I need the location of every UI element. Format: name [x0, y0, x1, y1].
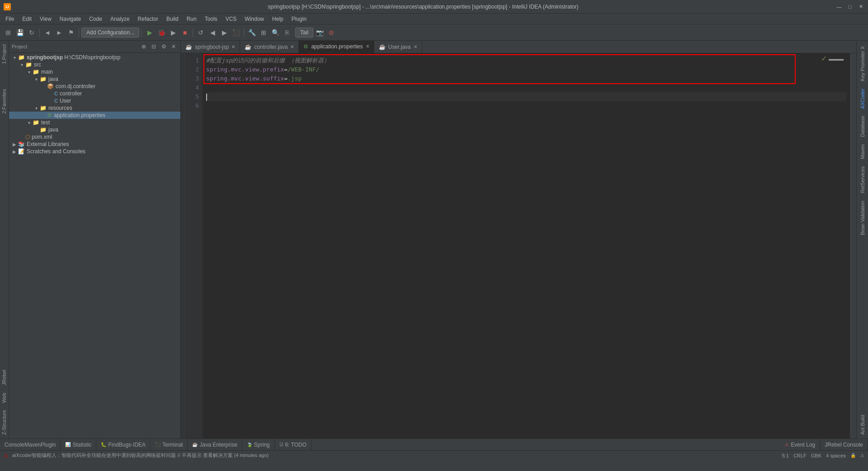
tab-controller[interactable]: ☕ controller.java ✕ — [240, 41, 299, 53]
toolbar-prev-icon[interactable]: ◀ — [207, 27, 218, 38]
toolbar-tail-btn[interactable]: Tail — [295, 28, 313, 38]
menu-analyze[interactable]: Analyze — [107, 15, 133, 23]
tab-appprops[interactable]: ⚙ application.properties ✕ — [299, 41, 374, 53]
tab-springbootjsp[interactable]: ☕ springboot-jsp ✕ — [181, 41, 240, 53]
toolbar-save-icon[interactable]: 💾 — [14, 27, 25, 38]
toolbar-wrench-icon[interactable]: 🔧 — [246, 27, 257, 38]
tree-item-controller[interactable]: C controller — [9, 90, 180, 97]
tree-item-root[interactable]: ▾ 📁 springbootjsp H:\CSDN\springbootjsp — [9, 54, 180, 61]
left-tab-jrebel[interactable]: JRebel — [0, 366, 9, 389]
bottom-tab-spring[interactable]: 🍃 Spring — [242, 439, 275, 450]
tree-item-test-java[interactable]: 📁 java — [9, 126, 180, 133]
menu-run[interactable]: Run — [183, 15, 200, 23]
tab-user-close[interactable]: ✕ — [414, 44, 417, 49]
tree-item-java[interactable]: ▾ 📁 java — [9, 75, 180, 83]
bottom-tab-todo[interactable]: ☑ 6: TODO — [275, 439, 312, 450]
toolbar-debug-icon[interactable]: 🐞 — [156, 27, 167, 38]
menu-tools[interactable]: Tools — [201, 15, 221, 23]
tree-item-ext-libs[interactable]: ▶ 📚 External Libraries — [9, 141, 180, 148]
toolbar-search-icon[interactable]: 🔍 — [270, 27, 281, 38]
tree-item-main[interactable]: ▾ 📁 main — [9, 68, 180, 75]
status-encoding[interactable]: GBK — [811, 453, 821, 458]
status-position[interactable]: 5:1 — [782, 453, 789, 458]
menu-view[interactable]: View — [36, 15, 55, 23]
right-panel-axcoder[interactable]: AXCoder — [858, 85, 867, 113]
right-panel-retservices[interactable]: RetServices — [858, 163, 867, 197]
status-error-icon: ⚠ — [4, 452, 9, 459]
toolbar-copy-icon[interactable]: ⎘ — [282, 27, 292, 38]
tab-user[interactable]: ☕ User.java ✕ — [374, 41, 422, 53]
toolbar-run-icon[interactable]: ▶ — [144, 27, 155, 38]
tree-item-pomxml[interactable]: ⬡ pom.xml — [9, 133, 180, 141]
tree-item-scratches[interactable]: ▶ 📝 Scratches and Consoles — [9, 148, 180, 155]
menu-build[interactable]: Build — [163, 15, 182, 23]
right-panel-key-promoter[interactable]: Key Promoter X — [858, 42, 867, 85]
tree-item-test[interactable]: ▾ 📁 test — [9, 119, 180, 126]
toolbar-sep-1 — [39, 28, 40, 37]
left-tab-project[interactable]: 1:Project — [0, 41, 9, 67]
right-panel-bean-validation[interactable]: Bean Validation — [858, 197, 867, 239]
bottom-tab-statistic[interactable]: 📊 Statistic — [61, 439, 96, 450]
menu-code[interactable]: Code — [85, 15, 106, 23]
tab-controller-close[interactable]: ✕ — [290, 44, 294, 49]
right-panel-ant-build[interactable]: Ant Build — [858, 411, 867, 438]
tree-item-appprops[interactable]: ⚙ application.properties — [9, 112, 180, 119]
toolbar-no-icon[interactable]: ⊘ — [326, 27, 337, 38]
right-panel-maven[interactable]: Maven — [858, 141, 867, 163]
project-close-button[interactable]: ✕ — [170, 42, 178, 51]
left-tab-favorites[interactable]: 2:Favorites — [0, 85, 9, 117]
editor-content[interactable]: 1 2 3 4 5 6 #配置jsp的访问的前缀和后缀 （视图解析器） spri… — [181, 53, 856, 438]
add-configuration-button[interactable]: Add Configuration... — [81, 28, 139, 38]
toolbar-run-coverage-icon[interactable]: ▶ — [168, 27, 179, 38]
tab-springbootjsp-icon: ☕ — [185, 44, 192, 50]
bottom-tab-event-log[interactable]: ⚠ Event Log — [780, 439, 820, 450]
menu-bar: File Edit View Navigate Code Analyze Ref… — [0, 14, 868, 24]
statistic-icon: 📊 — [65, 442, 71, 447]
toolbar-project-icon[interactable]: ⊞ — [3, 27, 14, 38]
toolbar-ext-icon[interactable]: ⊞ — [258, 27, 269, 38]
menu-help[interactable]: Help — [269, 15, 287, 23]
tree-item-package[interactable]: 📦 com.dj.controller — [9, 83, 180, 90]
bottom-tab-findbugs[interactable]: 🐛 FindBugs-IDEA — [96, 439, 151, 450]
menu-window[interactable]: Window — [241, 15, 268, 23]
bottom-tab-console-maven[interactable]: ConsoleMavenPlugin — [0, 439, 61, 450]
bottom-tab-terminal[interactable]: ⬛ Terminal — [151, 439, 188, 450]
toolbar-camera-icon[interactable]: 📷 — [314, 27, 325, 38]
minimize-button[interactable]: — — [835, 3, 843, 10]
toolbar-stop-icon[interactable]: ■ — [179, 27, 190, 38]
toolbar-sync-icon[interactable]: ↻ — [26, 27, 37, 38]
toolbar-next-icon[interactable]: ▶ — [219, 27, 230, 38]
tree-item-resources[interactable]: ▾ 📁 resources — [9, 104, 180, 112]
status-line-ending[interactable]: CRLF — [793, 453, 807, 458]
bottom-tab-java-enterprise[interactable]: ☕ Java Enterprise — [188, 439, 242, 450]
code-editor[interactable]: #配置jsp的访问的前缀和后缀 （视图解析器） spring.mvc.view.… — [203, 53, 850, 438]
close-button[interactable]: ✕ — [857, 3, 864, 10]
tab-springbootjsp-close[interactable]: ✕ — [231, 44, 235, 49]
gutter — [181, 53, 184, 438]
project-config-button[interactable]: ⊟ — [150, 42, 158, 51]
left-tab-zstructure[interactable]: Z-Structure — [0, 406, 9, 438]
inspection-bars: ▬▬▬ — [829, 56, 844, 61]
menu-navigate[interactable]: Navigate — [56, 15, 85, 23]
project-add-button[interactable]: ⊕ — [140, 42, 148, 51]
bottom-tab-jrebel-console[interactable]: JRebel Console — [820, 439, 868, 450]
editor-scrollbar[interactable] — [850, 53, 856, 438]
tab-appprops-close[interactable]: ✕ — [366, 44, 369, 49]
menu-file[interactable]: File — [2, 15, 18, 23]
right-panel-database[interactable]: Database — [858, 112, 867, 141]
menu-vcs[interactable]: VCS — [222, 15, 241, 23]
menu-plugin[interactable]: Plugin — [288, 15, 310, 23]
toolbar-bookmark-icon[interactable]: ⚑ — [66, 27, 76, 38]
menu-refactor[interactable]: Refactor — [134, 15, 162, 23]
toolbar-back-icon[interactable]: ◄ — [42, 27, 53, 38]
project-settings-button[interactable]: ⚙ — [160, 42, 168, 51]
status-indent[interactable]: 4 spaces — [826, 453, 846, 458]
menu-edit[interactable]: Edit — [19, 15, 35, 23]
toolbar-rerun-icon[interactable]: ↺ — [195, 27, 206, 38]
left-tab-web[interactable]: Web — [0, 389, 9, 406]
toolbar-forward-icon[interactable]: ► — [54, 27, 65, 38]
tree-item-user[interactable]: C User — [9, 97, 180, 104]
tree-item-src[interactable]: ▾ 📁 src — [9, 61, 180, 68]
maximize-button[interactable]: □ — [846, 3, 854, 10]
toolbar-stop2-icon[interactable]: ⬛ — [231, 27, 241, 38]
